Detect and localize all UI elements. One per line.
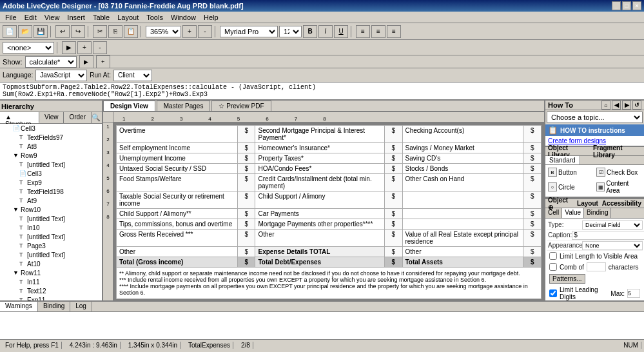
appearance-combo[interactable]: None bbox=[582, 241, 643, 250]
howto-search[interactable]: Choose a topic... bbox=[547, 112, 643, 123]
zoom-out-button[interactable]: - bbox=[198, 25, 212, 38]
limit-leading-checkbox[interactable] bbox=[549, 289, 557, 297]
hierarchy-tree[interactable]: 📄Cell3 TTextFields97 TAt8 ▼Row9 T[untitl… bbox=[0, 124, 102, 300]
new-button[interactable]: 📄 bbox=[3, 25, 17, 38]
menu-file[interactable]: File bbox=[1, 13, 21, 22]
leading-max-input[interactable] bbox=[627, 289, 640, 298]
align-right-button[interactable]: ≡ bbox=[387, 25, 401, 38]
tree-cell3-2[interactable]: 📄Cell3 bbox=[0, 169, 102, 178]
save-button[interactable]: 💾 bbox=[34, 25, 48, 38]
paste-button[interactable]: 📋 bbox=[124, 25, 138, 38]
type-combo[interactable]: Decimal Field bbox=[582, 220, 643, 230]
dollar-19[interactable]: $ bbox=[237, 209, 255, 219]
create-form-link[interactable]: Create form designs bbox=[548, 137, 606, 144]
tree-at9[interactable]: TAt9 bbox=[0, 196, 102, 205]
limit-length-checkbox[interactable] bbox=[549, 252, 557, 260]
obj-checkbox[interactable]: ☑Check Box bbox=[595, 166, 643, 178]
back-icon[interactable]: ◀ bbox=[612, 101, 621, 110]
dollar-17[interactable]: $ bbox=[384, 191, 402, 209]
obj-circle[interactable]: ○Circle bbox=[547, 179, 594, 195]
dollar-13[interactable]: $ bbox=[237, 174, 255, 191]
dollar-30[interactable]: $ bbox=[523, 247, 542, 257]
dollar-4[interactable]: $ bbox=[237, 143, 255, 153]
dollar-11[interactable]: $ bbox=[384, 164, 402, 174]
named-field-combo[interactable]: <none> bbox=[3, 42, 54, 54]
dollar-6[interactable]: $ bbox=[523, 143, 542, 153]
dollar-3[interactable]: $ bbox=[523, 126, 542, 143]
tab-view[interactable]: View bbox=[39, 112, 64, 123]
redo-button[interactable]: ↪ bbox=[71, 25, 85, 38]
tab-order[interactable]: Order bbox=[64, 112, 92, 123]
add-field-button[interactable]: + bbox=[77, 41, 92, 54]
tree-untitled-text-1[interactable]: T[untitled Text] bbox=[0, 160, 102, 169]
canvas-scroll[interactable]: 1 2 3 4 5 6 7 8 1 2 3 4 5 6 bbox=[103, 112, 544, 300]
dollar-9[interactable]: $ bbox=[523, 153, 542, 164]
tab-cell[interactable]: Cell bbox=[545, 208, 562, 218]
show-combo[interactable]: calculate* bbox=[25, 56, 77, 68]
tab-structure[interactable]: ▲ Structure bbox=[0, 112, 39, 123]
tab-master-pages[interactable]: Master Pages bbox=[157, 101, 211, 111]
dollar-2[interactable]: $ bbox=[384, 126, 402, 143]
dollar-29[interactable]: $ bbox=[384, 247, 402, 257]
dollar-12[interactable]: $ bbox=[523, 164, 542, 174]
tab-binding[interactable]: Binding bbox=[38, 302, 70, 311]
dollar-total-3[interactable]: $ bbox=[523, 257, 542, 268]
home-icon[interactable]: ⌂ bbox=[601, 101, 610, 110]
tree-in10[interactable]: TIn10 bbox=[0, 223, 102, 232]
dollar-1[interactable]: $ bbox=[237, 126, 255, 143]
dollar-7[interactable]: $ bbox=[237, 153, 255, 164]
tree-textfield198[interactable]: TTextField198 bbox=[0, 187, 102, 196]
bold-button[interactable]: B bbox=[303, 25, 317, 38]
tree-at10[interactable]: TAt10 bbox=[0, 259, 102, 268]
forward-icon[interactable]: ▶ bbox=[622, 101, 631, 110]
dollar-5[interactable]: $ bbox=[384, 143, 402, 153]
comb-checkbox[interactable] bbox=[549, 263, 557, 271]
font-combo[interactable]: Myriad Pro bbox=[220, 26, 278, 37]
dollar-21[interactable]: $ bbox=[523, 209, 542, 219]
tree-cell3[interactable]: 📄Cell3 bbox=[0, 124, 102, 133]
tree-at8[interactable]: TAt8 bbox=[0, 142, 102, 151]
refresh-icon[interactable]: ↺ bbox=[632, 101, 641, 110]
zoom-in-button[interactable]: + bbox=[182, 25, 197, 38]
italic-button[interactable]: I bbox=[318, 25, 333, 38]
howto-controls[interactable]: ⌂ ◀ ▶ ↺ bbox=[601, 101, 641, 110]
fontsize-combo[interactable]: 12 bbox=[279, 26, 302, 37]
menu-edit[interactable]: Edit bbox=[21, 13, 41, 22]
tree-page3[interactable]: TPage3 bbox=[0, 241, 102, 250]
run-script-button[interactable]: ▶ bbox=[62, 41, 76, 54]
undo-button[interactable]: ↩ bbox=[55, 25, 70, 38]
cut-button[interactable]: ✂ bbox=[93, 25, 107, 38]
tab-value[interactable]: Value bbox=[562, 208, 584, 218]
menu-help[interactable]: Help bbox=[200, 13, 222, 22]
menu-window[interactable]: Window bbox=[167, 13, 200, 22]
dollar-24[interactable]: $ bbox=[523, 219, 542, 230]
tab-log[interactable]: Log bbox=[70, 302, 92, 311]
dollar-22[interactable]: $ bbox=[237, 219, 255, 230]
patterns-button[interactable]: Patterns... bbox=[549, 274, 585, 284]
dollar-8[interactable]: $ bbox=[384, 153, 402, 164]
tree-row9[interactable]: ▼Row9 bbox=[0, 151, 102, 160]
dollar-14[interactable]: $ bbox=[384, 174, 402, 191]
search-icon[interactable]: 🔍 bbox=[92, 112, 102, 123]
close-button[interactable]: × bbox=[632, 1, 641, 10]
tree-in11[interactable]: TIn11 bbox=[0, 277, 102, 286]
dollar-15[interactable]: $ bbox=[523, 174, 542, 191]
script-code-area[interactable]: TopmostSubform.Page2.Table2.Row22.TotalE… bbox=[0, 83, 644, 101]
align-left-button[interactable]: ≡ bbox=[356, 25, 370, 38]
add-event-button[interactable]: + bbox=[96, 55, 110, 68]
tab-warnings[interactable]: Warnings bbox=[0, 302, 38, 311]
dollar-27[interactable]: $ bbox=[523, 230, 542, 247]
window-controls[interactable]: _ □ × bbox=[612, 1, 641, 10]
tab-standard[interactable]: Standard bbox=[545, 156, 580, 164]
dollar-25[interactable]: $ bbox=[237, 230, 255, 247]
tab-design-view[interactable]: Design View bbox=[103, 101, 155, 111]
open-button[interactable]: 📂 bbox=[18, 25, 32, 38]
menu-layout[interactable]: Layout bbox=[113, 13, 142, 22]
menu-tools[interactable]: Tools bbox=[142, 13, 167, 22]
tree-untitled-text-3[interactable]: T[untitled Text] bbox=[0, 232, 102, 241]
tree-text12[interactable]: TText12 bbox=[0, 286, 102, 295]
tree-exp9[interactable]: TExp9 bbox=[0, 178, 102, 187]
tree-exp11[interactable]: TExp11 bbox=[0, 295, 102, 300]
tree-textfields97[interactable]: TTextFields97 bbox=[0, 133, 102, 142]
zoom-combo[interactable]: 365% 100% 150% 200% bbox=[146, 26, 181, 37]
